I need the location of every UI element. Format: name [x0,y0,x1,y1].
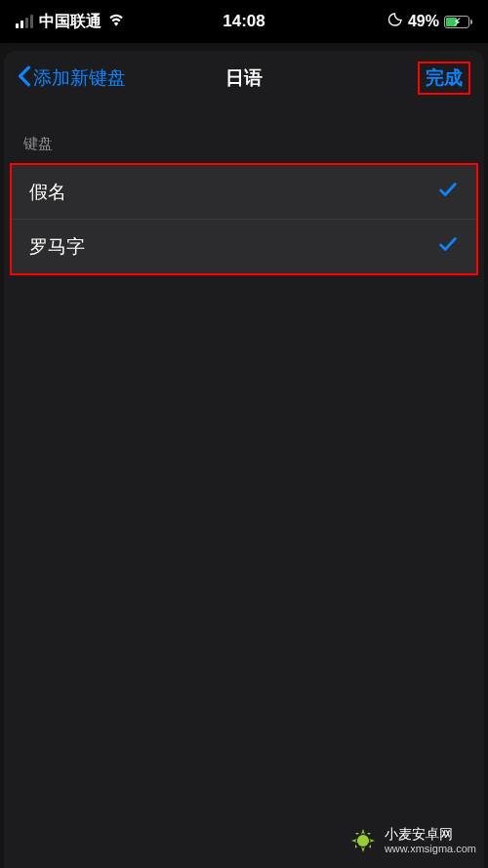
keyboard-option-kana[interactable]: 假名 [12,165,476,219]
option-label: 罗马字 [29,234,85,260]
keyboard-list: 假名 罗马字 [10,163,478,275]
status-bar: 中国联通 14:08 49% ⚡︎ [0,0,488,43]
checkmark-icon [437,179,459,205]
battery-icon: ⚡︎ [444,16,472,28]
battery-percent: 49% [408,13,439,30]
watermark-logo-icon [347,825,379,856]
done-button[interactable]: 完成 [418,62,470,95]
status-right: 49% ⚡︎ [387,12,472,31]
watermark-title: 小麦安卓网 [385,826,476,843]
wifi-icon [107,13,125,30]
charging-bolt-icon: ⚡︎ [454,17,461,27]
modal-sheet: 添加新键盘 日语 完成 键盘 假名 罗马字 [4,51,484,868]
back-label: 添加新键盘 [33,65,126,91]
keyboard-option-romaji[interactable]: 罗马字 [12,219,476,273]
watermark: 小麦安卓网 www.xmsigma.com [347,825,476,856]
section-header: 键盘 [4,105,484,163]
option-label: 假名 [29,180,66,205]
watermark-url: www.xmsigma.com [385,843,476,855]
back-button[interactable]: 添加新键盘 [18,65,126,92]
status-left: 中国联通 [16,12,125,32]
checkmark-icon [437,233,459,260]
dnd-moon-icon [387,12,403,31]
signal-icon [16,15,33,28]
modal-backdrop: 添加新键盘 日语 完成 键盘 假名 罗马字 [0,43,488,868]
status-time: 14:08 [223,12,264,31]
chevron-left-icon [18,65,31,92]
page-title: 日语 [225,65,263,91]
svg-point-0 [357,835,369,847]
carrier-label: 中国联通 [39,12,102,32]
nav-bar: 添加新键盘 日语 完成 [4,51,484,105]
